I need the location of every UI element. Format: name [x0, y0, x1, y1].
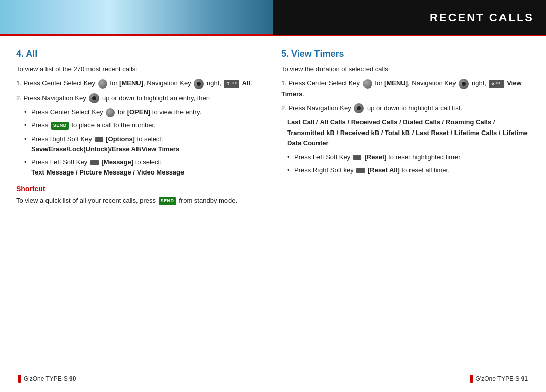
bullet-reset-all: Press Right Soft key [Reset All] to rese… [287, 165, 530, 176]
brand-right: G'zOne TYPE-S 91 [476, 375, 528, 382]
section-5-step2: 2. Press Navigation Key up or down to hi… [281, 103, 530, 114]
call-list-bold: Last Call / All Calls / Received Calls /… [287, 117, 530, 148]
center-select-key-icon [98, 79, 107, 89]
nav-key-icon [194, 79, 204, 89]
footer-right: G'zOne TYPE-S 91 [470, 375, 528, 383]
send-badge-shortcut: SEND [159, 197, 176, 205]
brand-left: G'zOne TYPE-S 90 [24, 375, 76, 382]
section-4: 4. All To view a list of the 270 most re… [16, 49, 265, 210]
num-badge-4: 4GHI [224, 80, 239, 88]
right-soft-key-icon-2 [356, 168, 365, 173]
section-4-step2: 2. Press Navigation Key up or down to hi… [16, 93, 265, 104]
nav-key-icon-2 [89, 93, 99, 103]
center-select-key-icon-2 [106, 108, 115, 117]
nav-key-icon-4 [354, 103, 364, 113]
section-5-heading: 5. View Timers [281, 49, 530, 59]
section-4-bullets: Press Center Select Key for [OPEN] to vi… [16, 107, 265, 178]
right-soft-key-icon [95, 137, 103, 142]
section-5-step1: 1. Press Center Select Key for [MENU], N… [281, 78, 530, 99]
bullet-send: Press SEND to place a call to the number… [24, 120, 265, 130]
section-5: 5. View Timers To view the duration of s… [281, 49, 530, 210]
header-title-area: RECENT CALLS [273, 0, 546, 36]
left-soft-key-icon-2 [353, 155, 361, 160]
page-footer: G'zOne TYPE-S 90 G'zOne TYPE-S 91 [0, 375, 546, 383]
send-badge: SEND [51, 122, 69, 130]
section-4-intro: To view a list of the 270 most recent ca… [16, 64, 265, 74]
bullet-message: Press Left Soft Key [Message] to select:… [24, 157, 265, 178]
header-image [0, 0, 273, 36]
center-select-key-icon-3 [363, 79, 372, 89]
section-4-heading: 4. All [16, 49, 265, 59]
footer-bar-left [18, 375, 21, 383]
bullet-open: Press Center Select Key for [OPEN] to vi… [24, 107, 265, 117]
section-5-intro: To view the duration of selected calls: [281, 64, 530, 74]
footer-left: G'zOne TYPE-S 90 [18, 375, 76, 383]
nav-key-icon-3 [459, 79, 469, 89]
num-badge-5: 5JKL [489, 80, 504, 88]
bullet-reset: Press Left Soft Key [Reset] to reset hig… [287, 152, 530, 162]
section-5-bullets: Press Left Soft Key [Reset] to reset hig… [281, 152, 530, 176]
shortcut-text: To view a quick list of all your recent … [16, 196, 265, 206]
page-header: RECENT CALLS [0, 0, 546, 36]
page-title: RECENT CALLS [430, 11, 534, 24]
shortcut-heading: Shortcut [16, 185, 265, 193]
footer-bar-right [470, 375, 473, 383]
main-content: 4. All To view a list of the 270 most re… [0, 36, 546, 218]
left-soft-key-icon [90, 160, 99, 165]
section-4-step1: 1. Press Center Select Key for [MENU], N… [16, 78, 265, 89]
bullet-options: Press Right Soft Key [Options] to select… [24, 134, 265, 154]
